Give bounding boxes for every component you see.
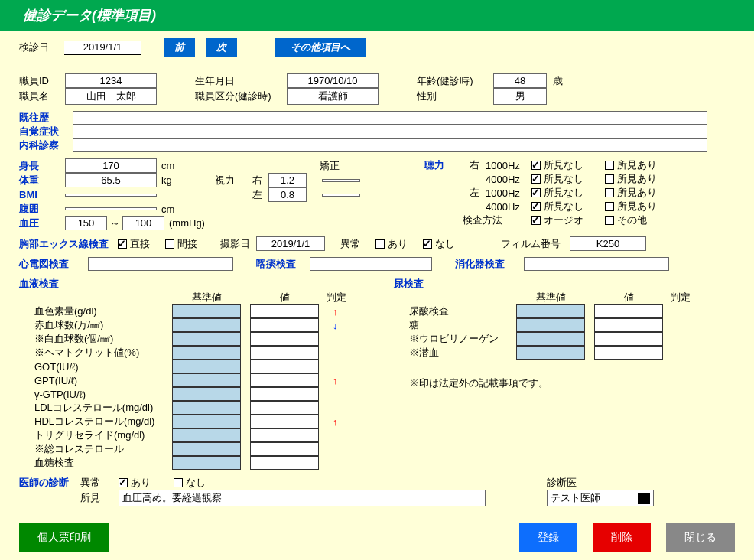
staff-row2: 職員名 山田 太郎 職員区分(健診時) 看護師 性別 男 [19,88,735,105]
urine-row: ※潜血 [394,346,735,360]
blood-val-cell[interactable] [250,304,319,318]
blood-row: LDLコレステロール(mg/dl) [19,401,394,415]
hz4000-l: 4000Hz [486,201,531,213]
film-date-field[interactable]: 2019/1/1 [256,236,325,251]
prev-button[interactable]: 前 [164,38,195,57]
subjective-field[interactable] [73,125,707,138]
vision-right-corr-field[interactable] [322,179,360,182]
check-l1000-nofinding[interactable] [531,188,541,197]
close-button[interactable]: 閉じる [666,523,735,552]
delete-button[interactable]: 削除 [593,523,651,552]
print-button[interactable]: 個人票印刷 [19,523,109,552]
vision-right-field[interactable]: 1.2 [268,173,307,187]
urine-val-cell[interactable] [594,318,663,332]
check-l4000-nofinding[interactable] [531,202,541,211]
dob-label: 生年月日 [195,74,287,88]
urine-ref-cell [516,304,585,318]
blood-val-cell[interactable] [250,387,319,401]
check-indirect[interactable] [165,239,174,249]
blood-val-cell[interactable] [250,373,319,387]
waist-field[interactable] [65,207,157,210]
check-l1000-finding[interactable] [605,188,614,197]
blood-val-cell[interactable] [250,428,319,442]
weight-field[interactable]: 65.5 [65,173,157,187]
bp-label: 血圧 [19,217,65,230]
film-no-label: フィルム番号 [501,237,561,251]
xray-row: 胸部エックス線検査 直接 間接 撮影日 2019/1/1 異常 あり なし フィ… [19,236,735,251]
urine-val-cell[interactable] [594,332,663,346]
bp-lo-field[interactable]: 100 [122,216,164,230]
diag-yes-label: あり [131,476,151,490]
check-other-method[interactable] [605,216,614,225]
direct-label: 直接 [130,237,150,251]
method-label: 検査方法 [463,213,531,227]
bmi-field[interactable] [65,194,157,197]
check-r1000-nofinding[interactable] [531,161,541,170]
check-l4000-finding[interactable] [605,202,614,211]
blood-val-cell[interactable] [250,318,319,332]
check-diag-no[interactable] [174,478,183,487]
next-button[interactable]: 次 [206,38,237,57]
blood-val-cell[interactable] [250,456,319,470]
check-abn-no[interactable] [423,239,432,249]
urine-val-cell[interactable] [594,304,663,318]
blood-judge-arrow: ↓ [333,320,338,331]
weight-label: 体重 [19,174,65,187]
height-field[interactable]: 170 [65,158,157,173]
blood-item-label: 血糖検査 [34,456,172,470]
past-history-label: 既往歴 [19,111,73,125]
blood-label: 血液検査 [19,277,394,291]
film-date-label: 撮影日 [220,237,250,251]
xray-label: 胸部エックス線検査 [19,237,109,251]
check-r1000-finding[interactable] [605,161,614,170]
findings-field[interactable]: 血圧高め。要経過観察 [119,490,486,506]
blood-row: γ-GTP(IU/ℓ) [19,387,394,401]
film-no-field[interactable]: K250 [570,236,646,251]
check-audio[interactable] [531,216,541,225]
urine-val-cell[interactable] [594,346,663,360]
height-label: 身長 [19,159,65,173]
blood-item-label: ※白血球数(個/㎣) [34,332,172,346]
digest-field[interactable] [524,257,669,271]
blood-val-cell[interactable] [250,415,319,428]
blood-val-cell[interactable] [250,332,319,346]
urine-row: 糖 [394,318,735,332]
doctor-select[interactable]: テスト医師 ▼ [547,490,654,506]
blood-judge-arrow: ↑ [333,375,338,386]
exam-date-label: 検診日 [19,41,49,54]
blood-val-cell[interactable] [250,401,319,415]
check-abn-yes[interactable] [375,239,385,249]
staff-name-field[interactable]: 山田 太郎 [65,88,157,105]
other-method-label: その他 [617,213,647,227]
register-button[interactable]: 登録 [519,523,577,552]
sex-field: 男 [493,88,547,105]
blood-ref-cell [172,401,241,415]
blood-val-cell[interactable] [250,442,319,456]
audio-label: オージオ [544,213,590,227]
blood-row: 血色素量(g/dl) ↑ [19,304,394,318]
corrected-label: 矯正 [320,159,340,173]
urine-label: 尿検査 [394,277,735,291]
class-label: 職員区分(健診時) [195,90,287,103]
check-diag-yes[interactable] [119,478,128,487]
blood-row: ※総コレステロール [19,442,394,456]
blood-val-cell[interactable] [250,360,319,373]
other-items-button[interactable]: その他項目へ [275,38,366,57]
check-r4000-finding[interactable] [605,174,614,184]
staff-id-field[interactable]: 1234 [65,73,157,88]
r4000-nofinding-label: 所見なし [544,172,590,186]
sputum-field[interactable] [310,257,432,271]
check-direct[interactable] [118,239,127,249]
blood-item-label: γ-GTP(IU/ℓ) [34,389,172,400]
vision-left-corr-field[interactable] [322,194,360,197]
blood-val-cell[interactable] [250,346,319,360]
past-history-field[interactable] [73,111,707,125]
urine-item-label: ※ウロビリノーゲン [409,332,516,346]
blood-row: ※ヘマトクリット値(%) [19,346,394,360]
bp-hi-field[interactable]: 150 [65,216,107,230]
ecg-field[interactable] [88,257,233,271]
internal-field[interactable] [73,138,707,152]
check-r4000-nofinding[interactable] [531,174,541,184]
vision-left-field[interactable]: 0.8 [268,187,307,202]
exam-date-field[interactable]: 2019/1/1 [64,41,141,55]
